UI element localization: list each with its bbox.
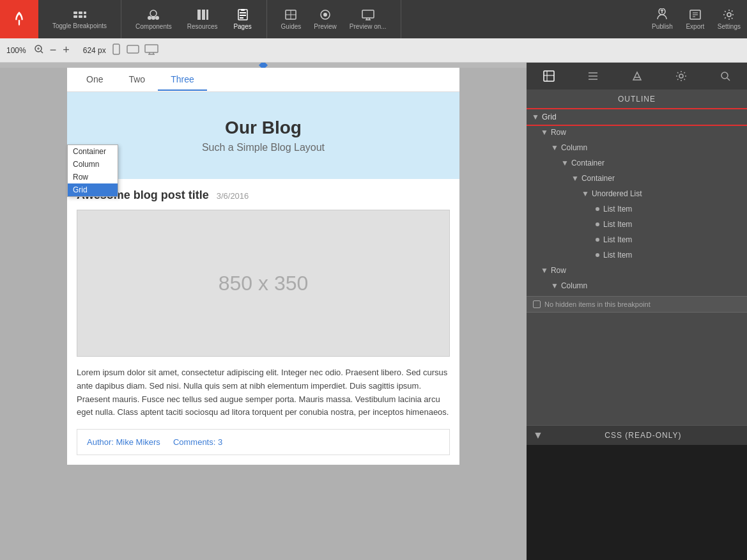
publish-label: Publish (652, 23, 673, 30)
list-dot-4 (596, 253, 599, 257)
svg-rect-17 (241, 9, 245, 11)
svg-rect-44 (544, 71, 554, 81)
breakpoints-icon (73, 9, 87, 19)
hidden-info-bar: No hidden items in this breakpoint (527, 296, 747, 313)
outline-item-row2[interactable]: ▼ Row (527, 263, 747, 278)
desktop-icon[interactable] (144, 43, 158, 57)
outline-item-column1[interactable]: ▼ Column (527, 140, 747, 155)
outline-header: OUTLINE (527, 89, 747, 109)
outline-item-li4[interactable]: List Item (527, 247, 747, 263)
collapse-triangle-grid[interactable]: ▼ (532, 113, 539, 121)
rp-tab-layout[interactable] (535, 65, 562, 87)
css-collapse-triangle[interactable]: ▼ (533, 430, 543, 441)
outline-item-container2[interactable]: ▼ Container (527, 171, 747, 186)
tablet-icon[interactable] (127, 43, 139, 57)
blog-body-text: Lorem ipsum dolor sit amet, consectetur … (77, 366, 450, 419)
svg-point-7 (148, 16, 151, 20)
collapse-triangle-row1[interactable]: ▼ (541, 128, 548, 137)
svg-line-53 (727, 78, 730, 81)
blog-footer-bar: Author: Mike Mikers Comments: 3 (77, 429, 450, 455)
dropdown-option-container[interactable]: Container (68, 145, 118, 158)
container2-label: Container (581, 174, 615, 183)
svg-point-33 (727, 13, 731, 17)
dropdown-option-column[interactable]: Column (68, 158, 118, 171)
rocket-icon (10, 10, 28, 28)
outline-item-li1[interactable]: List Item (527, 201, 747, 217)
guides-button[interactable]: Guides (275, 6, 308, 33)
tab-bar: One Two Three (67, 68, 459, 92)
li2-label: List Item (603, 220, 632, 229)
li4-label: List Item (603, 251, 632, 260)
dropdown-menu[interactable]: Container Column Row Grid (67, 144, 118, 197)
rp-tab-settings[interactable] (668, 65, 695, 87)
logo-button[interactable] (0, 0, 38, 38)
collapse-triangle-cont1[interactable]: ▼ (561, 159, 569, 167)
blog-post-date: 3/6/2016 (217, 191, 249, 201)
outline-item-grid[interactable]: ▼ Grid (527, 109, 747, 125)
canvas-area[interactable]: Container Column Row Grid One Two Three … (0, 63, 527, 560)
outline-section: OUTLINE ▼ Grid ▼ Row ▼ Column (527, 89, 747, 425)
resources-button[interactable]: Resources (181, 6, 224, 33)
settings-button[interactable]: Settings (711, 6, 747, 33)
element-type-dropdown[interactable]: Container Column Row Grid (67, 144, 118, 197)
list-icon (587, 70, 599, 82)
collapse-triangle-ul[interactable]: ▼ (581, 189, 589, 198)
rp-tab-styles[interactable] (580, 65, 606, 87)
collapse-triangle-col1[interactable]: ▼ (551, 143, 558, 152)
breakpoint-group: 624 px (83, 43, 158, 57)
export-button[interactable]: Export (679, 6, 711, 33)
toggle-breakpoints-button[interactable]: Toggle Breakpoints (46, 6, 113, 32)
tab-three[interactable]: Three (158, 69, 207, 91)
svg-rect-14 (240, 12, 246, 13)
column2-label: Column (561, 281, 587, 290)
collapse-triangle-cont2[interactable]: ▼ (571, 174, 579, 183)
svg-rect-15 (240, 15, 246, 16)
breakpoints-group: Toggle Breakpoints (38, 0, 121, 38)
outline-item-row1[interactable]: ▼ Row (527, 125, 747, 140)
comments-link[interactable]: Comments: 3 (173, 437, 222, 447)
dropdown-option-row[interactable]: Row (68, 171, 118, 183)
svg-rect-38 (113, 44, 119, 54)
blog-post-area: Awesome blog post title 3/6/2016 850 x 3… (67, 179, 459, 465)
dropdown-option-grid[interactable]: Grid (68, 183, 118, 196)
container1-label: Container (571, 159, 605, 167)
components-button[interactable]: Components (129, 6, 178, 33)
row2-label: Row (551, 266, 566, 275)
publish-button[interactable]: Publish (645, 6, 679, 33)
list-dot-3 (596, 238, 599, 242)
right-panel-tabs (527, 63, 747, 89)
collapse-triangle-col2[interactable]: ▼ (551, 281, 558, 290)
preview-button[interactable]: Preview (307, 6, 343, 33)
svg-rect-10 (197, 10, 201, 20)
collapse-triangle-row2[interactable]: ▼ (541, 266, 548, 275)
outline-item-container1[interactable]: ▼ Container (527, 155, 747, 171)
image-size-label: 850 x 350 (219, 272, 309, 295)
components-icon (146, 8, 160, 21)
zoom-in-button[interactable]: + (59, 42, 73, 58)
svg-point-22 (323, 13, 327, 17)
zoom-magnify-button[interactable] (31, 43, 47, 58)
css-panel-header-row: ▼ CSS (READ-ONLY) (527, 425, 747, 445)
preview-on-label: Preview on... (350, 23, 387, 30)
outline-item-ul[interactable]: ▼ Unordered List (527, 186, 747, 201)
layout-icon (543, 70, 555, 82)
export-label: Export (686, 23, 704, 30)
blog-image-placeholder: 850 x 350 (77, 210, 450, 357)
zoom-percentage: 100% (6, 46, 26, 55)
rp-tab-search[interactable] (712, 65, 739, 87)
tab-two[interactable]: Two (116, 69, 158, 91)
blog-header: Our Blog Such a Simple Blog Layout (67, 92, 459, 179)
tab-one[interactable]: One (73, 69, 116, 91)
pages-label: Pages (233, 23, 251, 30)
svg-point-52 (721, 72, 728, 79)
phone-portrait-icon[interactable] (111, 43, 121, 57)
preview-on-button[interactable]: Preview on... (343, 6, 393, 33)
pages-button[interactable]: Pages (227, 6, 259, 33)
outline-item-column2[interactable]: ▼ Column (527, 278, 747, 293)
outline-item-li2[interactable]: List Item (527, 217, 747, 232)
publish-icon (655, 8, 669, 21)
zoom-out-button[interactable]: − (47, 42, 60, 58)
outline-item-li3[interactable]: List Item (527, 232, 747, 247)
rp-tab-paint[interactable] (624, 65, 651, 87)
author-link[interactable]: Author: Mike Mikers (87, 437, 160, 447)
